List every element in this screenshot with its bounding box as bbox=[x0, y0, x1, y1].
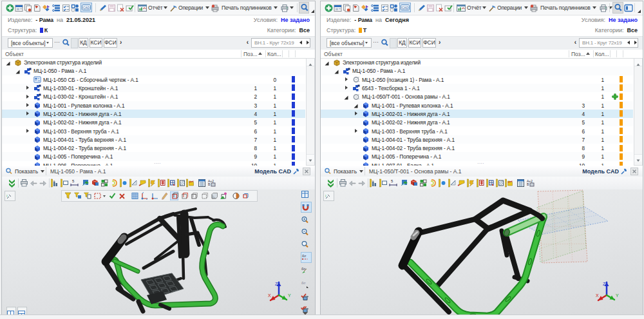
svg-text:Z: Z bbox=[603, 282, 606, 286]
svg-text:X: X bbox=[596, 293, 599, 298]
svg-text:Y: Y bbox=[288, 293, 291, 298]
svg-text:B: B bbox=[527, 182, 529, 186]
svg-text:Y: Y bbox=[616, 293, 619, 298]
svg-text:5: 5 bbox=[391, 179, 393, 183]
svg-text:B: B bbox=[208, 182, 211, 186]
svg-text:Z: Z bbox=[275, 282, 278, 286]
svg-text:a: a bbox=[372, 179, 374, 182]
svg-text:5: 5 bbox=[72, 179, 75, 183]
svg-text:X: X bbox=[268, 293, 271, 298]
svg-text:a: a bbox=[53, 179, 55, 182]
